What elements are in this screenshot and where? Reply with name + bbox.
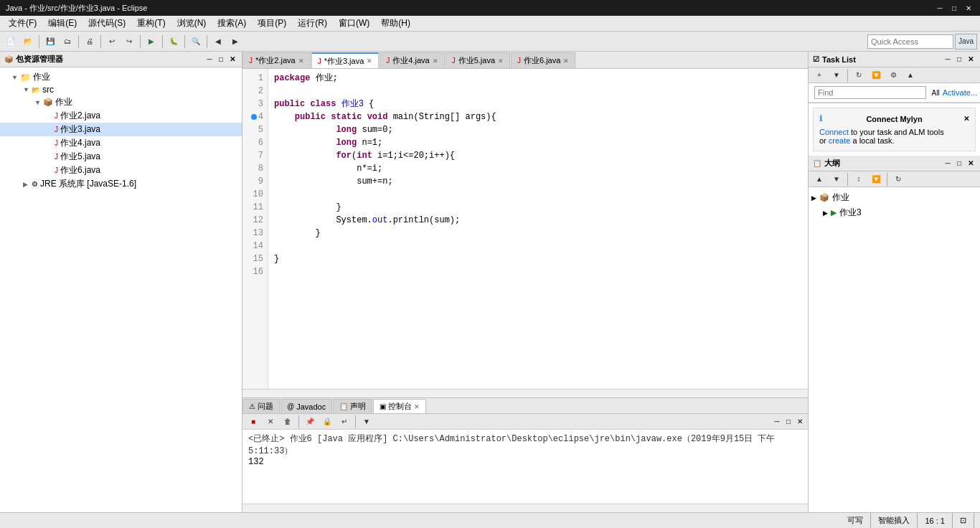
tab-label: 问题 — [258, 401, 273, 412]
close-outline-button[interactable]: ✕ — [966, 159, 976, 169]
menu-search[interactable]: 搜索(A) — [212, 16, 252, 31]
close-mylyn-button[interactable]: ✕ — [963, 115, 969, 123]
tab-declaration[interactable]: 📋 声明 — [333, 399, 372, 413]
maximize-outline-button[interactable]: □ — [954, 159, 964, 169]
save-all-button[interactable]: 🗂 — [60, 34, 75, 50]
menu-edit[interactable]: 编辑(E) — [42, 16, 83, 31]
menu-file[interactable]: 文件(F) — [3, 16, 42, 31]
tree-jre[interactable]: ▶ ⚙ JRE 系统库 [JavaSE-1.6] — [0, 177, 242, 191]
tree-file-zuoye3[interactable]: J 作业3.java — [0, 123, 242, 136]
task-search-box[interactable] — [814, 86, 926, 99]
debug-button[interactable]: 🐛 — [166, 34, 182, 50]
tab-close-button[interactable]: ✕ — [433, 57, 438, 65]
activate-link[interactable]: Activate... — [943, 88, 977, 97]
tab-close-button[interactable]: ✕ — [498, 57, 504, 65]
tab-close-button[interactable]: ✕ — [367, 57, 372, 65]
menu-help[interactable]: 帮助(H) — [375, 16, 416, 31]
minimize-panel-button[interactable]: ─ — [204, 55, 215, 65]
quick-access-box[interactable] — [867, 34, 953, 49]
tree-file-zuoye6[interactable]: J 作业6.java — [0, 164, 242, 177]
menu-navigate[interactable]: 浏览(N) — [171, 16, 212, 31]
scroll-lock-button[interactable]: 🔒 — [319, 414, 335, 430]
code-editor[interactable]: package 作业; public class 作业3 { public st… — [268, 69, 808, 389]
minimize-button[interactable]: ─ — [934, 2, 946, 14]
outline-item-zuoye3[interactable]: ▶ ▶ 作业3 — [811, 205, 977, 220]
task-options-button[interactable]: ▼ — [829, 67, 844, 83]
open-button[interactable]: 📂 — [20, 34, 36, 50]
save-button[interactable]: 💾 — [42, 34, 58, 50]
close-console-button[interactable]: ✕ — [795, 417, 805, 427]
word-wrap-button[interactable]: ↵ — [336, 414, 352, 430]
menu-window[interactable]: 窗口(W) — [333, 16, 375, 31]
task-find-input[interactable] — [818, 88, 923, 97]
tab-zuoye2[interactable]: J *作业2.java ✕ — [242, 52, 311, 68]
menu-refactor[interactable]: 重构(T) — [131, 16, 171, 31]
minimize-outline-button[interactable]: ─ — [943, 159, 953, 169]
task-filter-button[interactable]: 🔽 — [868, 67, 884, 83]
new-button[interactable]: 📄 — [3, 34, 19, 50]
undo-button[interactable]: ↩ — [104, 34, 120, 50]
maximize-button[interactable]: □ — [948, 2, 960, 14]
maximize-task-button[interactable]: □ — [954, 55, 964, 65]
tab-problems[interactable]: ⚠ 问题 — [242, 399, 280, 413]
tab-zuoye6[interactable]: J 作业6.java ✕ — [511, 52, 575, 68]
tree-file-zuoye2[interactable]: J 作业2.java — [0, 109, 242, 123]
clear-button[interactable]: 🗑 — [280, 414, 296, 430]
create-link[interactable]: create — [829, 136, 851, 145]
close-task-button[interactable]: ✕ — [966, 55, 976, 65]
outline-sync-button[interactable]: ↻ — [890, 171, 906, 187]
outline-collapse-button[interactable]: ▲ — [811, 171, 827, 187]
console-horizontal-scrollbar[interactable] — [242, 504, 808, 512]
run-button[interactable]: ▶ — [143, 34, 159, 50]
menu-run[interactable]: 运行(R) — [292, 16, 333, 31]
outline-expand-button[interactable]: ▼ — [829, 171, 844, 187]
tree-root-label: 作业 — [33, 71, 50, 83]
sync-button[interactable]: ↻ — [851, 67, 867, 83]
terminate-button[interactable]: ■ — [245, 414, 261, 430]
tab-close-button[interactable]: ✕ — [563, 57, 569, 65]
java-perspective-button[interactable]: Java — [955, 34, 977, 50]
prev-button[interactable]: ◀ — [210, 34, 226, 50]
tab-console[interactable]: ▣ 控制台 ✕ — [373, 399, 426, 413]
tab-zuoye4[interactable]: J 作业4.java ✕ — [380, 52, 444, 68]
minimize-task-button[interactable]: ─ — [943, 55, 953, 65]
outline-sort-button[interactable]: ↕ — [851, 171, 867, 187]
menu-project[interactable]: 项目(P) — [252, 16, 292, 31]
task-settings-button[interactable]: ⚙ — [885, 67, 901, 83]
maximize-console-button[interactable]: □ — [783, 417, 793, 427]
tree-file-zuoye4[interactable]: J 作业4.java — [0, 136, 242, 150]
console-options-button[interactable]: ▼ — [359, 414, 374, 430]
tab-close-button[interactable]: ✕ — [298, 57, 304, 65]
outline-item-zuoye[interactable]: ▶ 📦 作业 — [811, 190, 977, 205]
redo-button[interactable]: ↪ — [121, 34, 137, 50]
connect-link[interactable]: Connect — [819, 128, 849, 136]
remove-button[interactable]: ✕ — [263, 414, 278, 430]
sep — [847, 173, 848, 186]
tab-zuoye5[interactable]: J 作业5.java ✕ — [446, 52, 510, 68]
menu-source[interactable]: 源代码(S) — [83, 16, 131, 31]
tree-src[interactable]: ▼ 📂 src — [0, 84, 242, 95]
maximize-panel-button[interactable]: □ — [216, 55, 226, 65]
horizontal-scrollbar[interactable] — [242, 389, 808, 397]
print-button[interactable]: 🖨 — [82, 34, 98, 50]
quick-access-input[interactable] — [871, 37, 943, 46]
minimize-console-button[interactable]: ─ — [772, 417, 782, 427]
tab-javadoc[interactable]: @ Javadoc — [281, 399, 332, 413]
tree-root-zuoye[interactable]: ▼ 📁 作业 — [0, 70, 242, 84]
close-panel-button[interactable]: ✕ — [227, 55, 237, 65]
close-button[interactable]: ✕ — [963, 2, 974, 14]
tab-close-button[interactable]: ✕ — [414, 403, 420, 410]
outline-filter-button[interactable]: 🔽 — [868, 171, 884, 187]
outline-label: 作业 — [832, 192, 849, 204]
sep2 — [355, 415, 356, 428]
new-task-button[interactable]: + — [811, 67, 827, 83]
tab-zuoye3[interactable]: J *作业3.java ✕ — [311, 52, 380, 68]
tree-file-zuoye5[interactable]: J 作业5.java — [0, 150, 242, 164]
next-button[interactable]: ▶ — [227, 34, 243, 50]
collapse-button[interactable]: ▲ — [903, 67, 918, 83]
tree-pkg[interactable]: ▼ 📦 作业 — [0, 95, 242, 109]
outline-title: 大纲 — [824, 158, 840, 169]
search-btn[interactable]: 🔍 — [188, 34, 204, 50]
pin-button[interactable]: 📌 — [302, 414, 318, 430]
sep2 — [887, 173, 887, 186]
